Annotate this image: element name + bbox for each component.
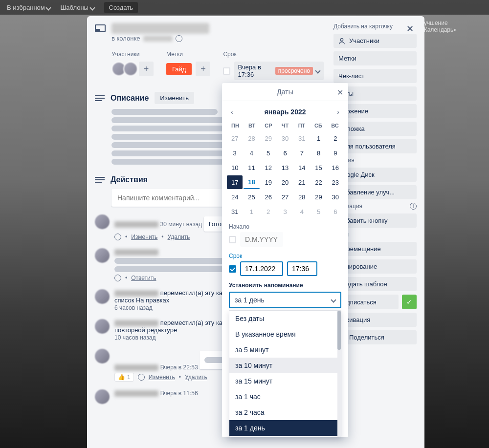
avatar[interactable]	[95, 389, 110, 404]
reminder-option[interactable]: за 10 минут	[229, 358, 341, 373]
subscribe-check[interactable]: ✓	[402, 295, 417, 309]
reminder-option[interactable]: за 1 день	[229, 420, 341, 436]
chevron-down-icon	[331, 297, 336, 302]
due-complete-checkbox[interactable]	[223, 67, 230, 75]
calendar-day[interactable]: 7	[294, 146, 310, 160]
topbar-favorites[interactable]: В избранном	[7, 4, 50, 11]
calendar-day[interactable]: 25	[244, 190, 259, 204]
calendar-day[interactable]: 28	[244, 131, 259, 145]
edit-comment-link[interactable]: Изменить	[131, 234, 157, 240]
add-label-button[interactable]: +	[196, 62, 210, 76]
edit-comment-link[interactable]: Изменить	[149, 374, 175, 381]
avatar[interactable]	[95, 214, 110, 229]
topbar-create[interactable]: Создать	[104, 2, 138, 13]
calendar-day[interactable]: 31	[294, 131, 310, 145]
calendar-day[interactable]: 11	[244, 161, 259, 174]
calendar-day[interactable]: 31	[227, 205, 243, 218]
calendar-day[interactable]: 6	[277, 146, 293, 160]
calendar-day[interactable]: 14	[294, 161, 310, 174]
due-time-input[interactable]	[287, 261, 317, 276]
emoji-icon[interactable]	[114, 275, 121, 281]
side-labels-button[interactable]: Метки	[333, 51, 417, 65]
avatar[interactable]	[95, 349, 110, 363]
calendar-day[interactable]: 17	[227, 175, 243, 189]
emoji-icon[interactable]	[138, 374, 145, 381]
delete-comment-link[interactable]: Удалить	[168, 234, 190, 240]
calendar-day[interactable]: 5	[261, 146, 276, 160]
due-date-checkbox[interactable]	[229, 265, 236, 273]
avatar[interactable]	[95, 248, 110, 263]
calendar-day[interactable]: 8	[311, 146, 326, 160]
due-date-input[interactable]	[240, 261, 283, 276]
calendar-day[interactable]: 5	[311, 205, 326, 218]
start-date-label: Начало	[229, 223, 341, 230]
reminder-option[interactable]: за 15 минут	[229, 373, 341, 389]
calendar-day[interactable]: 2	[328, 131, 343, 145]
calendar-day[interactable]: 28	[294, 190, 310, 204]
calendar-day[interactable]: 19	[261, 175, 276, 189]
topbar: В избранном Шаблоны Создать	[0, 0, 489, 15]
calendar-day[interactable]: 12	[261, 161, 276, 174]
calendar-day[interactable]: 3	[227, 146, 243, 160]
calendar-day[interactable]: 24	[227, 190, 243, 204]
info-icon[interactable]: i	[410, 203, 417, 210]
calendar-day[interactable]: 15	[311, 161, 326, 174]
due-date-label: Срок	[229, 253, 341, 259]
emoji-icon[interactable]	[114, 234, 121, 240]
reminder-select[interactable]: за 1 день	[229, 292, 341, 308]
close-icon[interactable]: ✕	[403, 22, 417, 36]
reminder-option[interactable]: за 2 дня	[229, 436, 341, 437]
calendar-day[interactable]: 13	[277, 161, 293, 174]
popover-close-icon[interactable]: ✕	[337, 88, 343, 97]
prev-month-button[interactable]: ‹	[229, 106, 235, 118]
reaction-thumb[interactable]: 👍 1	[114, 373, 134, 382]
calendar-day[interactable]: 23	[328, 175, 343, 189]
avatar[interactable]	[95, 289, 110, 304]
edit-description-button[interactable]: Изменить	[155, 92, 194, 104]
calendar-day[interactable]: 21	[294, 175, 310, 189]
calendar-day[interactable]: 2	[261, 205, 276, 218]
reminder-option[interactable]: за 1 час	[229, 389, 341, 405]
calendar-day[interactable]: 4	[294, 205, 310, 218]
reminder-option[interactable]: В указанное время	[229, 326, 341, 342]
delete-comment-link[interactable]: Удалить	[185, 374, 207, 381]
calendar-day[interactable]: 10	[227, 161, 243, 174]
calendar-day[interactable]: 30	[277, 131, 293, 145]
description-icon	[95, 95, 105, 101]
side-checklist-button[interactable]: Чек-лист	[333, 69, 417, 83]
next-month-button[interactable]: ›	[335, 106, 341, 118]
calendar-day[interactable]: 26	[261, 190, 276, 204]
calendar-day[interactable]: 22	[311, 175, 326, 189]
calendar-day[interactable]: 29	[261, 131, 276, 145]
card-title[interactable]	[111, 23, 209, 34]
reply-link[interactable]: Ответить	[131, 275, 156, 281]
due-date-button[interactable]: Вчера в 17:36 просрочено	[234, 62, 324, 80]
calendar-day[interactable]: 1	[311, 131, 326, 145]
start-date-input[interactable]	[240, 232, 283, 247]
reminder-option[interactable]: за 5 минут	[229, 342, 341, 358]
calendar-day[interactable]: 29	[311, 190, 326, 204]
calendar-day[interactable]: 20	[277, 175, 293, 189]
calendar-day[interactable]: 3	[277, 205, 293, 218]
reminder-option[interactable]: за 2 часа	[229, 405, 341, 420]
card-icon	[95, 24, 106, 32]
dropdown-scrollbar[interactable]	[337, 311, 341, 437]
calendar-day[interactable]: 1	[244, 205, 259, 218]
calendar-day[interactable]: 9	[328, 146, 343, 160]
watch-icon[interactable]	[176, 35, 182, 42]
reminder-option[interactable]: Без даты	[229, 311, 341, 326]
topbar-templates[interactable]: Шаблоны	[60, 4, 94, 11]
calendar-day[interactable]: 6	[328, 205, 343, 218]
calendar-day[interactable]: 16	[328, 161, 343, 174]
avatar[interactable]	[95, 319, 110, 334]
calendar-day[interactable]: 4	[244, 146, 259, 160]
calendar-day[interactable]: 27	[227, 131, 243, 145]
add-member-button[interactable]: +	[139, 62, 154, 76]
member-avatar[interactable]	[123, 62, 138, 76]
side-members-button[interactable]: Участники	[333, 34, 417, 48]
calendar-day[interactable]: 30	[328, 190, 343, 204]
calendar-day[interactable]: 27	[277, 190, 293, 204]
label-guide[interactable]: Гайд	[166, 63, 192, 75]
calendar-day[interactable]: 18	[244, 175, 259, 189]
start-date-checkbox[interactable]	[229, 236, 236, 243]
